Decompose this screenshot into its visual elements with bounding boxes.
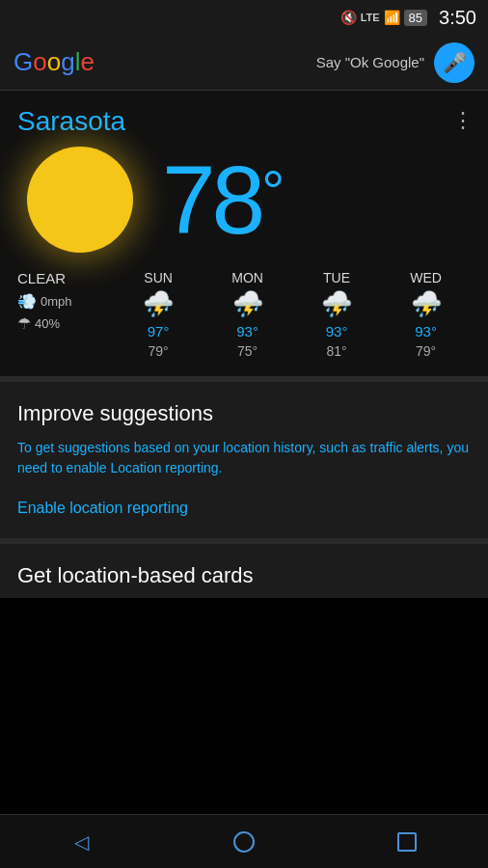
back-icon: ◁ [74, 830, 89, 854]
weather-forecast: CLEAR 💨 0mph ☂ 40% SUN ⛈️ 97° 79° MON ⛈️ [17, 270, 471, 359]
weather-location: Sarasota [17, 106, 471, 137]
forecast-icon-wed: ⛈️ [411, 289, 442, 319]
forecast-day-name: WED [410, 270, 442, 285]
battery-indicator: 85 [404, 10, 427, 26]
forecast-high: 93° [326, 323, 348, 339]
forecast-day-wed: WED ⛈️ 93° 79° [410, 270, 442, 359]
nav-back-button[interactable]: ◁ [52, 823, 110, 861]
forecast-day-name: SUN [144, 270, 173, 285]
weather-main: 78° [17, 147, 471, 253]
forecast-day-name: TUE [323, 270, 350, 285]
header-right: Say "Ok Google" 🎤 [316, 42, 474, 83]
nav-recent-button[interactable] [378, 823, 436, 861]
suggestions-title: Improve suggestions [17, 401, 471, 426]
forecast-low: 79° [416, 343, 436, 359]
status-time: 3:50 [439, 7, 476, 29]
forecast-days: SUN ⛈️ 97° 79° MON ⛈️ 93° 75° TUE ⛈️ 93°… [114, 270, 471, 359]
google-header: Google Say "Ok Google" 🎤 [0, 35, 488, 91]
sun-icon [27, 147, 133, 253]
forecast-low: 81° [326, 343, 346, 359]
forecast-high: 93° [415, 323, 437, 339]
forecast-day-tue: TUE ⛈️ 93° 81° [321, 270, 352, 359]
forecast-high: 93° [236, 323, 258, 339]
current-wind: 💨 0mph [17, 292, 72, 311]
forecast-day-sun: SUN ⛈️ 97° 79° [143, 270, 174, 359]
status-icons: 🔇 LTE 📶 85 3:50 [340, 7, 476, 29]
recent-apps-icon [397, 832, 417, 852]
mute-icon: 🔇 [340, 10, 357, 25]
forecast-low: 75° [237, 343, 258, 359]
weather-current-detail: CLEAR 💨 0mph ☂ 40% [17, 270, 114, 333]
forecast-low: 79° [148, 343, 168, 359]
signal-bars-icon: 📶 [384, 10, 400, 25]
nav-bar: ◁ [0, 814, 488, 868]
say-ok-google-text: Say "Ok Google" [316, 54, 424, 70]
home-icon [233, 831, 255, 853]
lte-icon: LTE [361, 12, 380, 23]
forecast-icon-tue: ⛈️ [321, 289, 352, 319]
forecast-icon-mon: ⛈️ [232, 289, 263, 319]
location-card-title: Get location-based cards [17, 563, 471, 588]
enable-location-link[interactable]: Enable location reporting [17, 500, 188, 516]
forecast-icon-sun: ⛈️ [143, 289, 174, 319]
current-condition: CLEAR [17, 270, 66, 286]
mic-icon: 🎤 [443, 51, 467, 74]
suggestions-body: To get suggestions based on your locatio… [17, 438, 471, 478]
status-bar: 🔇 LTE 📶 85 3:50 [0, 0, 488, 35]
google-logo: Google [14, 47, 95, 77]
weather-temperature: 78° [162, 151, 281, 248]
weather-card: Sarasota ⋮ 78° CLEAR 💨 0mph ☂ 40% SUN ⛈️ [0, 91, 488, 382]
wind-icon: 💨 [17, 292, 37, 311]
umbrella-icon: ☂ [17, 314, 31, 333]
mic-button[interactable]: 🎤 [434, 42, 474, 83]
nav-home-button[interactable] [215, 823, 273, 861]
location-card: Get location-based cards [0, 544, 488, 598]
forecast-high: 97° [148, 323, 170, 339]
current-precip: ☂ 40% [17, 314, 60, 333]
suggestions-card: Improve suggestions To get suggestions b… [0, 382, 488, 544]
more-options-button[interactable]: ⋮ [452, 108, 474, 133]
forecast-day-mon: MON ⛈️ 93° 75° [231, 270, 263, 359]
forecast-day-name: MON [231, 270, 263, 285]
